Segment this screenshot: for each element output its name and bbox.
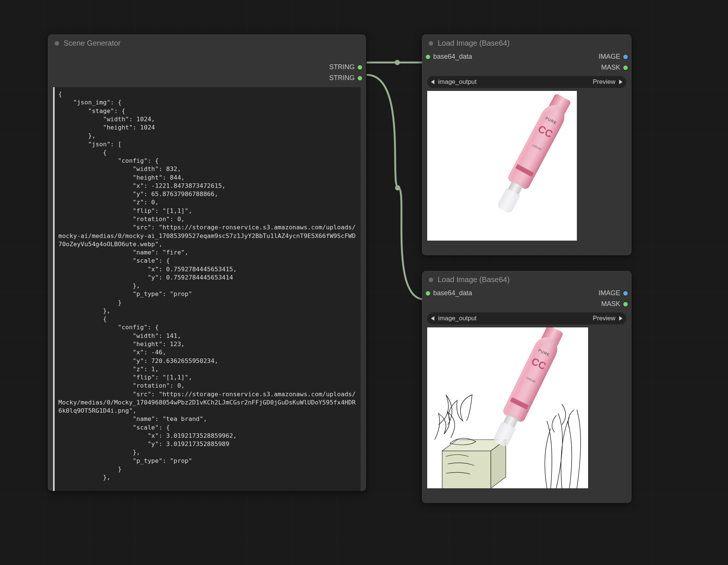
output-port-row: STRING [48,73,366,83]
image-preview: PURE CC CREAM [427,91,577,241]
port-dot-icon[interactable] [623,291,628,296]
port-dot-icon[interactable] [426,55,430,59]
selector-label: image_output [438,315,477,322]
node-title: Scene Generator [64,39,120,48]
output-port-mask[interactable]: MASK [599,63,630,72]
chevron-left-icon[interactable] [431,316,434,321]
port-label: base64_data [433,53,472,61]
code-textarea[interactable]: { "json_img": { "stage": { "width": 1024… [53,87,361,491]
output-port-string-1[interactable]: STRING [327,73,364,83]
output-port-image[interactable]: IMAGE [596,52,630,61]
port-dot-icon[interactable] [623,65,628,70]
node-header[interactable]: Load Image (Base64) [422,271,631,288]
chevron-left-icon[interactable] [431,80,434,84]
collapse-dot-icon[interactable] [55,41,59,46]
node-header[interactable]: Scene Generator [48,34,366,51]
input-port-base64[interactable]: base64_data [423,52,474,61]
node-load-image-1[interactable]: Load Image (Base64) base64_data IMAGE MA… [422,34,631,255]
svg-point-0 [395,60,400,65]
port-row: MASK [422,299,631,309]
port-dot-icon[interactable] [623,302,628,306]
port-label: base64_data [433,289,472,297]
node-title: Load Image (Base64) [438,275,510,284]
output-port-mask[interactable]: MASK [599,299,630,309]
selector-label: image_output [438,78,477,86]
input-port-base64[interactable]: base64_data [423,288,474,298]
output-port-row: STRING [48,62,366,73]
node-header[interactable]: Load Image (Base64) [422,34,631,51]
port-row: MASK [422,62,631,73]
port-label: IMAGE [599,53,620,61]
port-row: base64_data IMAGE [422,51,631,62]
port-dot-icon[interactable] [623,55,628,59]
node-scene-generator[interactable]: Scene Generator STRING STRING { "json_im… [48,34,366,491]
chevron-right-icon[interactable] [619,80,623,84]
image-preview: PURE CC CREAM [427,327,588,488]
port-label: MASK [601,300,620,308]
node-title: Load Image (Base64) [438,39,510,48]
port-label: STRING [329,63,355,71]
port-label: IMAGE [599,289,620,297]
port-dot-icon[interactable] [358,65,362,70]
chevron-right-icon[interactable] [619,316,623,321]
collapse-dot-icon[interactable] [429,278,433,282]
node-load-image-2[interactable]: Load Image (Base64) base64_data IMAGE MA… [422,271,631,503]
selector-image-output[interactable]: image_output Preview [427,312,626,324]
port-row: base64_data IMAGE [422,288,631,299]
port-label: MASK [601,64,620,71]
port-dot-icon[interactable] [426,291,430,296]
selector-value: Preview [593,78,615,86]
port-label: STRING [329,74,355,82]
svg-point-1 [395,185,400,190]
selector-value: Preview [593,315,615,322]
output-port-image[interactable]: IMAGE [596,288,630,298]
output-port-string-0[interactable]: STRING [327,62,364,72]
selector-image-output[interactable]: image_output Preview [427,76,626,88]
port-dot-icon[interactable] [358,76,362,80]
collapse-dot-icon[interactable] [429,41,433,46]
